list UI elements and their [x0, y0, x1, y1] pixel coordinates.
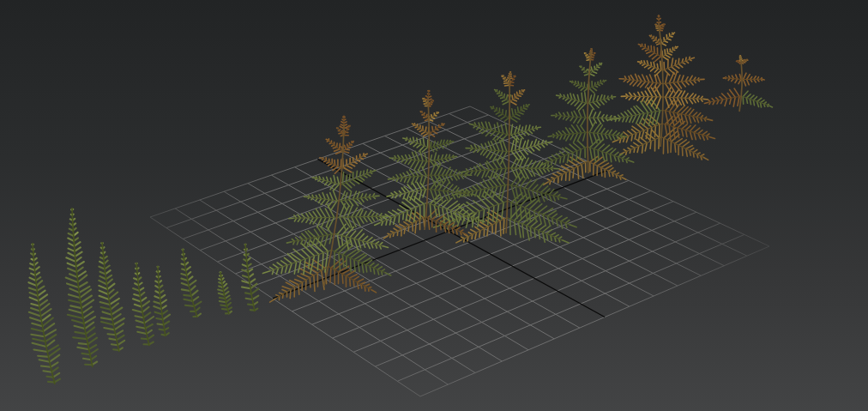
foliage-strokes	[557, 93, 616, 111]
fern-plant-2[interactable]	[608, 15, 715, 160]
foliage-strokes	[663, 58, 691, 70]
foliage-strokes	[343, 154, 368, 172]
foliage-strokes	[389, 151, 427, 185]
foliage-strokes	[492, 107, 509, 118]
3d-perspective-viewport[interactable]	[0, 0, 868, 411]
foliage-strokes	[414, 124, 430, 134]
foliage-strokes	[133, 263, 146, 307]
foliage-strokes	[663, 111, 708, 119]
foliage-strokes	[608, 100, 660, 125]
foliage-strokes	[509, 105, 529, 122]
fern-blade-14[interactable]	[242, 244, 259, 311]
fern-blade-7[interactable]	[28, 243, 60, 384]
foliage-strokes	[509, 168, 553, 169]
foliage-strokes	[589, 81, 606, 94]
foliage-strokes	[662, 46, 678, 59]
foliage-strokes	[638, 44, 660, 61]
foliage-strokes	[662, 47, 677, 57]
fern-blade-8[interactable]	[66, 208, 98, 367]
scene-canvas	[0, 0, 868, 411]
fern-blade-10[interactable]	[133, 263, 154, 346]
foliage-strokes	[391, 189, 428, 195]
fern-stem	[739, 60, 742, 112]
foliage-strokes	[431, 153, 457, 167]
foliage-strokes	[29, 249, 60, 377]
fern-plant-1[interactable]	[704, 56, 772, 112]
foliage-strokes	[509, 90, 525, 105]
fern-blade-11[interactable]	[154, 266, 170, 336]
foliage-strokes	[276, 266, 329, 298]
foliage-strokes	[548, 125, 585, 142]
home-grid	[150, 106, 769, 396]
foliage-strokes	[660, 33, 675, 45]
fern-blade-9[interactable]	[99, 242, 124, 352]
fern-plant-6[interactable]	[262, 116, 390, 302]
fern-blade-13[interactable]	[218, 272, 232, 314]
fern-blade-12[interactable]	[181, 249, 201, 317]
foliage-strokes	[387, 182, 425, 201]
foliage-strokes	[570, 82, 588, 92]
foliage-strokes	[99, 243, 119, 305]
